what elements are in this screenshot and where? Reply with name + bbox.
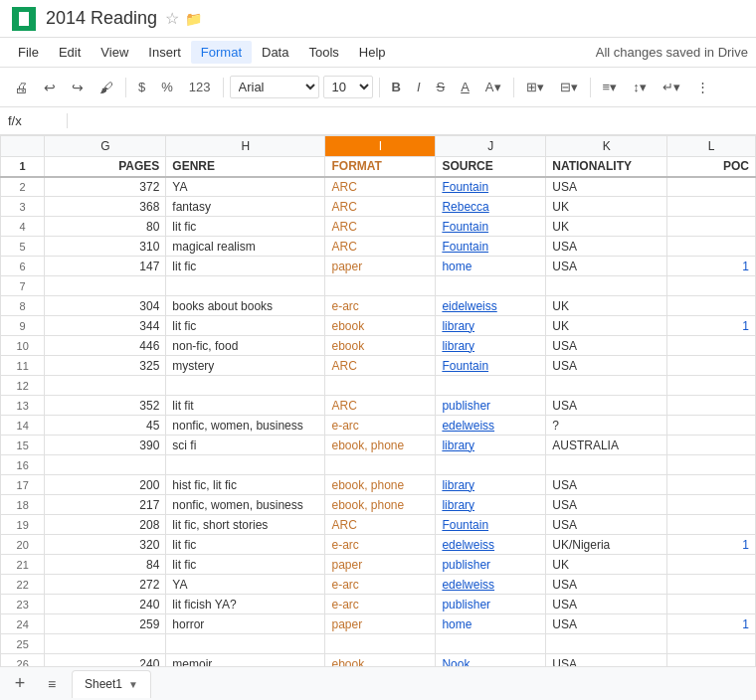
cell-source[interactable] [436, 455, 546, 475]
cell-nationality[interactable]: USA [546, 177, 667, 197]
menu-edit[interactable]: Edit [49, 41, 91, 64]
wrap-button[interactable]: ↵▾ [657, 76, 686, 98]
cell-pages[interactable]: 84 [45, 555, 166, 575]
col-k-header[interactable]: K [546, 136, 667, 157]
cell-genre[interactable] [166, 455, 325, 475]
cell-source[interactable]: library [436, 436, 546, 455]
cell-format[interactable]: ARC [325, 237, 436, 257]
cell-nationality[interactable]: UK [546, 316, 667, 336]
cell-poc[interactable] [667, 495, 756, 515]
cell-format[interactable]: ebook [325, 336, 436, 356]
merge-button[interactable]: ⊟▾ [554, 76, 584, 98]
cell-genre[interactable]: lit fic [166, 316, 325, 336]
cell-genre[interactable]: mystery [166, 356, 325, 376]
col-g-header[interactable]: G [45, 136, 166, 157]
cell-source[interactable]: Nook [436, 654, 546, 667]
cell-format[interactable]: ebook, phone [325, 495, 436, 515]
cell-pages[interactable]: 200 [45, 475, 166, 495]
cell-format[interactable]: ARC [325, 217, 436, 237]
borders-button[interactable]: ⊞▾ [520, 76, 550, 98]
underline-button[interactable]: A [455, 76, 475, 98]
cell-source[interactable]: publisher [436, 595, 546, 614]
cell-pages[interactable]: 240 [45, 654, 166, 667]
print-button[interactable]: 🖨 [8, 76, 34, 99]
cell-genre[interactable]: magical realism [166, 237, 325, 257]
cell-pages[interactable]: 259 [45, 614, 166, 634]
cell-source[interactable]: home [436, 257, 546, 276]
cell-poc[interactable] [667, 654, 756, 667]
cell-poc[interactable] [667, 336, 756, 356]
cell-format[interactable]: ebook [325, 654, 436, 667]
spreadsheet-container[interactable]: G H I J K L 1 PAGES GENRE FORMAT SOURCE … [0, 135, 756, 666]
cell-source[interactable]: publisher [436, 555, 546, 575]
cell-source[interactable]: Fountain [436, 217, 546, 237]
cell-poc[interactable] [667, 575, 756, 595]
cell-format[interactable]: paper [325, 257, 436, 276]
cell-nationality[interactable]: UK [546, 555, 667, 575]
cell-genre[interactable]: nonfic, women, business [166, 416, 325, 436]
align-button[interactable]: ≡▾ [597, 76, 624, 98]
cell-pages[interactable] [45, 376, 166, 396]
cell-source[interactable]: eidelweiss [436, 296, 546, 316]
cell-genre[interactable]: lit fic, short stories [166, 515, 325, 535]
cell-genre[interactable]: lit fic [166, 555, 325, 575]
cell-genre[interactable]: YA [166, 177, 325, 197]
cell-source[interactable]: library [436, 475, 546, 495]
col-h-header[interactable]: H [166, 136, 325, 157]
cell-pages[interactable] [45, 455, 166, 475]
cell-genre[interactable]: horror [166, 614, 325, 634]
sheet-list-button[interactable]: ≡ [40, 672, 64, 696]
cell-poc[interactable] [667, 296, 756, 316]
cell-nationality[interactable]: UK [546, 296, 667, 316]
cell-format[interactable]: ARC [325, 356, 436, 376]
cell-nationality[interactable] [546, 455, 667, 475]
col-i-header[interactable]: I [325, 136, 436, 157]
cell-poc[interactable] [667, 595, 756, 614]
cell-source[interactable]: Fountain [436, 515, 546, 535]
cell-format[interactable]: e-arc [325, 416, 436, 436]
cell-genre[interactable] [166, 634, 325, 654]
cell-poc[interactable] [667, 177, 756, 197]
cell-pages[interactable]: 372 [45, 177, 166, 197]
paint-format-button[interactable]: 🖌 [94, 76, 119, 99]
cell-format[interactable]: ARC [325, 177, 436, 197]
cell-format[interactable] [325, 376, 436, 396]
cell-pages[interactable]: 325 [45, 356, 166, 376]
menu-tools[interactable]: Tools [298, 41, 348, 64]
cell-source[interactable]: library [436, 316, 546, 336]
cell-source[interactable]: library [436, 495, 546, 515]
cell-format[interactable]: ebook, phone [325, 436, 436, 455]
cell-source[interactable]: Fountain [436, 237, 546, 257]
cell-poc[interactable]: 1 [667, 257, 756, 276]
cell-poc[interactable] [667, 376, 756, 396]
undo-button[interactable]: ↩ [38, 76, 62, 99]
cell-genre[interactable]: lit fic [166, 217, 325, 237]
cell-pages[interactable]: 310 [45, 237, 166, 257]
cell-nationality[interactable]: UK [546, 217, 667, 237]
cell-genre[interactable]: books about books [166, 296, 325, 316]
cell-poc[interactable] [667, 436, 756, 455]
cell-poc[interactable]: 1 [667, 614, 756, 634]
cell-pages[interactable]: 352 [45, 396, 166, 416]
cell-nationality[interactable]: USA [546, 396, 667, 416]
cell-nationality[interactable]: UK/Nigeria [546, 535, 667, 555]
more-button[interactable]: ⋮ [690, 76, 715, 98]
number-format-button[interactable]: 123 [183, 76, 217, 98]
cell-pages[interactable]: 368 [45, 197, 166, 217]
cell-nationality[interactable]: ? [546, 416, 667, 436]
cell-genre[interactable] [166, 276, 325, 296]
cell-genre[interactable] [166, 376, 325, 396]
cell-poc[interactable] [667, 276, 756, 296]
cell-nationality[interactable]: UK [546, 197, 667, 217]
cell-poc[interactable] [667, 455, 756, 475]
cell-genre[interactable]: lit ficish YA? [166, 595, 325, 614]
cell-format[interactable]: e-arc [325, 595, 436, 614]
menu-file[interactable]: File [8, 41, 49, 64]
cell-poc[interactable]: 1 [667, 535, 756, 555]
cell-source[interactable] [436, 634, 546, 654]
cell-poc[interactable] [667, 396, 756, 416]
cell-genre[interactable]: lit fic [166, 257, 325, 276]
cell-format[interactable]: ARC [325, 396, 436, 416]
cell-format[interactable]: ebook, phone [325, 475, 436, 495]
cell-pages[interactable]: 320 [45, 535, 166, 555]
